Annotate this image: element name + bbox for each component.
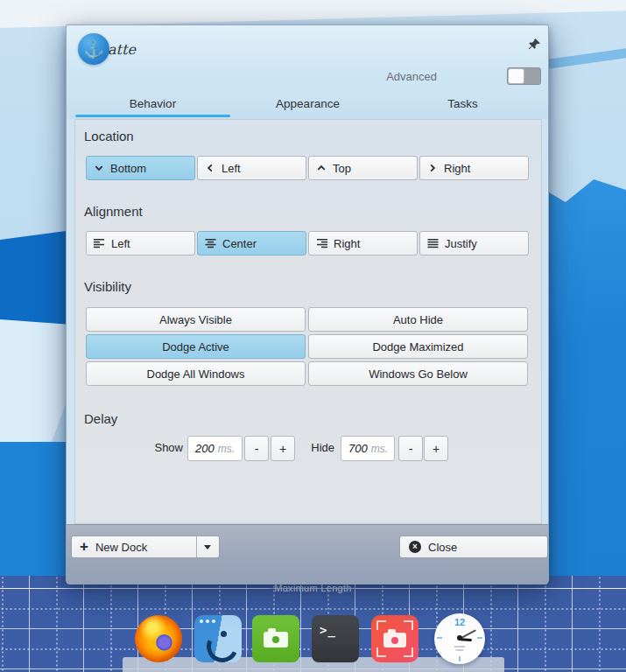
dialog-header: ⚓ atte Advanced BehaviorAppearanceTasks	[67, 25, 548, 119]
visibility-dodge-maximized-button[interactable]: Dodge Maximized	[308, 334, 528, 359]
dialog-footer: + New Dock × Close	[67, 524, 548, 584]
firefox-icon[interactable]	[135, 615, 182, 662]
show-delay-decrease-button[interactable]: -	[244, 436, 269, 461]
bracket-corner	[376, 620, 386, 630]
visibility-dodge-all-windows-button[interactable]: Dodge All Windows	[86, 361, 306, 386]
bracket-corner	[376, 648, 386, 657]
terminal-icon[interactable]: >_	[312, 615, 359, 662]
tab-bar: BehaviorAppearanceTasks	[75, 90, 540, 117]
clock-small-text	[454, 646, 465, 648]
dropdown-arrow-icon	[204, 545, 211, 550]
tab-appearance[interactable]: Appearance	[230, 90, 385, 117]
visibility-always-visible-button[interactable]: Always Visible	[86, 307, 306, 332]
anchor-icon: ⚓	[83, 41, 104, 58]
latte-logo: ⚓	[78, 33, 109, 65]
alignment-center-button[interactable]: Center	[197, 231, 306, 256]
camera-lens	[390, 635, 400, 646]
hide-delay-increase-button[interactable]: +	[424, 436, 448, 461]
tab-label: Tasks	[447, 97, 478, 110]
face-smile	[202, 626, 242, 662]
show-delay-input[interactable]: 200 ms.	[187, 436, 243, 461]
chevron-left-icon	[205, 163, 215, 173]
align-center-icon	[205, 238, 216, 248]
button-label: Dodge Maximized	[372, 340, 463, 354]
alignment-right-button[interactable]: Right	[308, 231, 418, 256]
app-title: atte	[108, 41, 136, 58]
pin-button[interactable]	[528, 38, 541, 51]
visibility-auto-hide-button[interactable]: Auto Hide	[308, 307, 528, 332]
hide-delay-decrease-button[interactable]: -	[398, 436, 423, 461]
file-manager-icon[interactable]	[194, 615, 242, 662]
terminal-prompt-glyph: >_	[312, 615, 336, 637]
chevron-right-icon	[427, 163, 438, 173]
toggle-knob	[508, 68, 524, 84]
hide-delay-label: Hide	[285, 441, 334, 454]
new-dock-label: New Dock	[95, 541, 147, 554]
tab-tasks[interactable]: Tasks	[385, 90, 540, 117]
pin-icon	[528, 38, 541, 51]
tab-behavior[interactable]: Behavior	[75, 90, 230, 117]
location-left-button[interactable]: Left	[197, 156, 306, 180]
maximum-length-rule	[0, 588, 270, 589]
delay-title: Delay	[84, 411, 117, 426]
tab-label: Appearance	[276, 97, 340, 110]
new-dock-split-button: + New Dock	[71, 536, 220, 558]
button-label: Left	[111, 237, 130, 250]
clock-center	[457, 635, 462, 640]
advanced-label: Advanced	[386, 70, 437, 83]
visibility-button-grid: Always VisibleAuto HideDodge ActiveDodge…	[86, 307, 528, 386]
advanced-toggle[interactable]	[507, 67, 541, 85]
button-label: Dodge All Windows	[147, 368, 245, 381]
button-label: Center	[222, 237, 257, 250]
clock-tick	[459, 656, 461, 662]
camera-glyph	[264, 632, 288, 648]
show-delay-value: 200	[195, 442, 215, 455]
hide-delay-unit: ms.	[371, 443, 388, 455]
align-right-icon	[316, 238, 327, 248]
button-label: Right	[444, 162, 470, 175]
clock-small-text	[456, 649, 464, 651]
bracket-corner	[404, 620, 413, 630]
maximum-length-rule	[356, 588, 626, 589]
camera-app-icon[interactable]	[252, 615, 299, 662]
alignment-title: Alignment	[84, 204, 143, 219]
button-label: Right	[334, 237, 360, 250]
delay-row: Show 200 ms. - + Hide 700 ms. - +	[75, 436, 541, 461]
alignment-left-button[interactable]: Left	[86, 231, 195, 256]
button-label: Top	[333, 162, 351, 175]
hide-delay-input[interactable]: 700 ms.	[341, 436, 395, 461]
show-delay-label: Show	[128, 441, 183, 454]
bracket-corner	[404, 648, 413, 657]
chevron-down-icon	[94, 163, 104, 173]
new-dock-dropdown-button[interactable]	[196, 536, 219, 557]
alignment-justify-button[interactable]: Justify	[419, 231, 529, 256]
camera-lens	[271, 634, 281, 645]
camera-glyph	[383, 633, 406, 648]
button-label: Auto Hide	[393, 313, 443, 326]
new-dock-button[interactable]: + New Dock	[72, 536, 196, 557]
clock-tick	[477, 637, 482, 639]
clock-widget-icon[interactable]: 12	[434, 613, 485, 664]
location-right-button[interactable]: Right	[419, 156, 529, 180]
clock-tick	[437, 637, 442, 639]
location-bottom-button[interactable]: Bottom	[86, 156, 195, 180]
behavior-panel: Location BottomLeftTopRight Alignment Le…	[74, 119, 542, 524]
button-label: Left	[222, 162, 241, 175]
visibility-title: Visibility	[84, 279, 131, 294]
align-justify-icon	[427, 238, 439, 248]
close-label: Close	[428, 541, 457, 554]
visibility-dodge-active-button[interactable]: Dodge Active	[86, 334, 306, 359]
button-label: Justify	[445, 237, 477, 250]
hide-delay-value: 700	[348, 442, 368, 455]
clock-twelve-label: 12	[454, 617, 465, 627]
screenshot-app-icon[interactable]	[371, 615, 419, 662]
location-title: Location	[84, 129, 134, 144]
close-button[interactable]: × Close	[399, 536, 548, 558]
align-left-icon	[94, 238, 105, 248]
location-top-button[interactable]: Top	[308, 156, 418, 180]
button-label: Always Visible	[159, 313, 232, 326]
button-label: Windows Go Below	[369, 368, 468, 381]
button-label: Dodge Active	[162, 340, 229, 354]
visibility-windows-go-below-button[interactable]: Windows Go Below	[308, 361, 528, 386]
show-delay-unit: ms.	[218, 443, 235, 455]
